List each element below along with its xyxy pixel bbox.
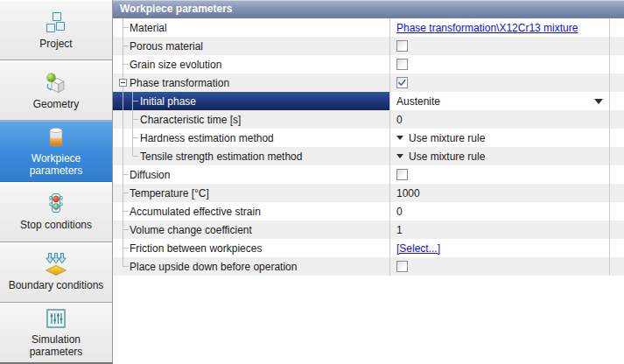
sidebar-item-project[interactable]: Project [0,0,112,60]
property-label: Volume change coefficient [113,224,252,236]
property-value-porous-material [389,37,610,55]
property-label: Phase transformation [113,77,229,89]
project-documents-icon [44,10,68,35]
property-name-friction-between-workpieces[interactable]: Friction between workpieces [113,239,389,257]
property-value-hardness-estimation-method: Use mixture rule [389,129,610,147]
value-text[interactable]: Use mixture rule [409,132,485,144]
property-value-initial-phase: Austenite [389,92,610,110]
property-value-tensile-strength-estimation-method: Use mixture rule [389,147,610,165]
tree-line [123,229,129,230]
workpiece-cylinder-icon [44,125,68,150]
checkbox-unchecked[interactable] [396,40,408,52]
property-name-characteristic-time-s[interactable]: Characteristic time [s] [113,110,389,129]
property-row: Characteristic time [s]0 [113,110,624,129]
tree-line [123,147,123,165]
property-value-grain-size-evolution [389,55,610,74]
property-label: Material [113,22,167,34]
sidebar: ProjectGeometryWorkpiece parametersStop … [0,0,113,364]
property-label: Accumulated effective strain [113,206,261,218]
checkbox-unchecked[interactable] [396,261,408,272]
sidebar-item-stop-conditions[interactable]: Stop conditions [0,182,112,242]
property-row: Grain size evolution [113,55,624,74]
parameters-panel: Workpiece parameters MaterialPhase trans… [113,0,624,364]
sidebar-item-geometry[interactable]: Geometry [0,60,112,121]
property-label: Initial phase [113,95,196,108]
property-name-accumulated-effective-strain[interactable]: Accumulated effective strain [113,202,389,220]
tree-line [123,110,123,129]
property-name-initial-phase[interactable]: Initial phase [113,92,389,110]
geometry-cube-icon [44,71,68,95]
tree-line [123,211,129,212]
value-link[interactable]: [Select...] [396,242,440,255]
property-value-diffusion [389,165,610,184]
collapse-expander-icon[interactable] [119,79,127,87]
dropdown-arrow-icon[interactable] [594,99,603,104]
property-name-temperature-c[interactable]: Temperature [°C] [113,184,389,202]
property-row: Accumulated effective strain0 [113,202,624,220]
property-label: Diffusion [113,169,170,181]
property-row: Tensile strength estimation methodUse mi… [113,147,624,165]
property-name-hardness-estimation-method[interactable]: Hardness estimation method [113,129,389,147]
tree-line [123,192,129,193]
property-name-volume-change-coefficient[interactable]: Volume change coefficient [113,220,389,239]
tree-line [133,119,138,120]
property-name-material[interactable]: Material [113,18,389,37]
collapsed-dropdown-icon[interactable] [396,136,403,140]
property-row: Initial phaseAustenite [113,92,624,110]
tree-line [133,156,138,157]
property-name-place-upside-down-before-operation[interactable]: Place upside down before operation [113,257,389,276]
property-value-accumulated-effective-strain: 0 [389,202,610,220]
property-row: Place upside down before operation [113,257,624,276]
property-value-phase-transformation [389,74,610,92]
property-name-tensile-strength-estimation-method[interactable]: Tensile strength estimation method [113,147,389,165]
value-link[interactable]: Phase transformation\X12Cr13 mixture [396,22,578,34]
property-value-characteristic-time-s: 0 [389,110,610,129]
property-row: Volume change coefficient1 [113,220,624,239]
property-name-diffusion[interactable]: Diffusion [113,165,389,184]
property-name-porous-material[interactable]: Porous material [113,37,389,55]
property-name-phase-transformation[interactable]: Phase transformation [113,74,389,92]
tree-line [123,27,129,28]
sidebar-item-label: Geometry [33,98,80,110]
sidebar-item-simulation-parameters[interactable]: Simulation parameters [0,303,112,362]
sidebar-item-label: Project [39,38,72,50]
app-window: ProjectGeometryWorkpiece parametersStop … [0,0,624,364]
tree-line [123,92,123,110]
simulation-sliders-icon [44,306,68,331]
property-row: Diffusion [113,165,624,184]
value-text[interactable]: 0 [396,206,403,218]
sidebar-item-label: Boundary conditions [9,279,104,291]
value-text[interactable]: 1000 [396,187,420,200]
property-value-temperature-c: 1000 [389,184,610,202]
collapsed-dropdown-icon[interactable] [396,154,403,158]
sidebar-item-workpiece-parameters[interactable]: Workpiece parameters [0,121,112,181]
tree-line [123,174,129,175]
value-text[interactable]: 0 [396,114,403,126]
checkbox-checked[interactable] [396,77,408,88]
property-value-friction-between-workpieces: [Select...] [389,239,610,257]
property-row: Temperature [°C]1000 [113,184,624,202]
property-label: Place upside down before operation [113,261,297,273]
dropdown-value[interactable]: Austenite [396,95,440,108]
tree-line [123,248,129,248]
property-name-grain-size-evolution[interactable]: Grain size evolution [113,55,389,74]
value-text[interactable]: Use mixture rule [409,150,485,163]
property-row: Friction between workpieces[Select...] [113,239,624,257]
tree-line [133,137,138,138]
tree-line [123,46,129,46]
tree-line [123,64,129,65]
property-value-volume-change-coefficient: 1 [389,220,610,239]
property-value-material: Phase transformation\X12Cr13 mixture [389,18,610,37]
tree-line [123,129,123,147]
panel-header: Workpiece parameters [113,0,624,18]
value-text[interactable]: 1 [396,224,403,236]
checkbox-unchecked[interactable] [396,169,408,180]
property-label: Friction between workpieces [113,242,262,255]
property-row: Porous material [113,37,624,55]
panel-title: Workpiece parameters [120,3,233,15]
property-label: Tensile strength estimation method [113,150,302,163]
tree-line [133,101,138,102]
checkbox-unchecked[interactable] [396,59,408,70]
sidebar-item-boundary-conditions[interactable]: Boundary conditions [0,242,112,303]
sidebar-item-label: Stop conditions [20,219,92,231]
